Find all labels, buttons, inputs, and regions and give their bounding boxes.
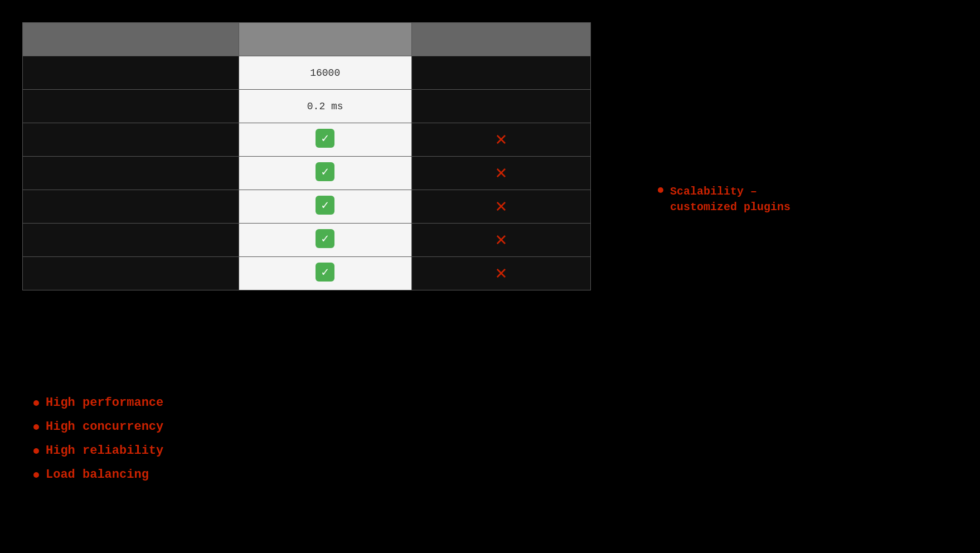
list-item: High concurrency: [33, 420, 163, 434]
cell-apisix: 0.2 ms: [239, 90, 411, 123]
cross-icon: ✕: [496, 264, 507, 283]
cell-other: ✕: [411, 123, 590, 157]
cell-apisix: [239, 190, 411, 224]
header-other: [411, 23, 590, 56]
cell-value-text: 0.2 ms: [307, 101, 343, 112]
cell-other: [411, 90, 590, 123]
table-row: ✕: [23, 123, 591, 157]
cell-feature: [23, 123, 239, 157]
cell-feature: [23, 90, 239, 123]
cell-other: ✕: [411, 157, 590, 190]
bullet-dot-icon: [33, 448, 39, 454]
bullet-list-left: High performanceHigh concurrencyHigh rel…: [33, 396, 163, 492]
cell-feature: [23, 190, 239, 224]
right-bullet-list: Scalability – customized plugins: [658, 184, 803, 215]
bullet-dot-icon: [658, 187, 663, 193]
cell-apisix: [239, 157, 411, 190]
cell-feature: [23, 157, 239, 190]
cross-icon: ✕: [496, 164, 507, 183]
header-apisix: [239, 23, 411, 56]
cross-icon: ✕: [496, 231, 507, 250]
cross-icon: ✕: [496, 197, 507, 216]
table-row: ✕: [23, 257, 591, 290]
table-row: ✕: [23, 190, 591, 224]
list-item: High performance: [33, 396, 163, 410]
bullet-text: Scalability – customized plugins: [670, 184, 803, 215]
cell-apisix: 16000: [239, 56, 411, 90]
main-container: 160000.2 ms✕✕✕✕✕: [22, 22, 635, 290]
bullet-text: Load balancing: [46, 468, 149, 482]
cell-other: ✕: [411, 224, 590, 257]
bullet-dot-icon: [33, 472, 39, 478]
cross-icon: ✕: [496, 130, 507, 149]
left-bullet-list: High performanceHigh concurrencyHigh rel…: [33, 396, 163, 482]
header-features: [23, 23, 239, 56]
check-icon: [316, 229, 334, 248]
cell-other: ✕: [411, 190, 590, 224]
bullet-text: High concurrency: [46, 420, 163, 434]
cell-other: ✕: [411, 257, 590, 290]
cell-other: [411, 56, 590, 90]
check-icon: [316, 129, 334, 148]
cell-apisix: [239, 257, 411, 290]
cell-value-text: 16000: [310, 67, 340, 79]
bullet-dot-icon: [33, 424, 39, 430]
table-row: 16000: [23, 56, 591, 90]
comparison-table: 160000.2 ms✕✕✕✕✕: [22, 22, 591, 290]
list-item: Load balancing: [33, 468, 163, 482]
bullet-text: High performance: [46, 396, 163, 410]
table-row: 0.2 ms: [23, 90, 591, 123]
bullet-dot-icon: [33, 400, 39, 406]
table-row: ✕: [23, 224, 591, 257]
bullet-list-right: Scalability – customized plugins: [658, 184, 803, 215]
cell-apisix: [239, 123, 411, 157]
bullet-text: High reliability: [46, 444, 163, 458]
cell-feature: [23, 56, 239, 90]
check-icon: [316, 196, 334, 215]
cell-feature: [23, 224, 239, 257]
cell-feature: [23, 257, 239, 290]
list-item: High reliability: [33, 444, 163, 458]
table-row: ✕: [23, 157, 591, 190]
list-item: Scalability – customized plugins: [658, 184, 803, 215]
check-icon: [316, 263, 334, 282]
check-icon: [316, 162, 334, 181]
cell-apisix: [239, 224, 411, 257]
